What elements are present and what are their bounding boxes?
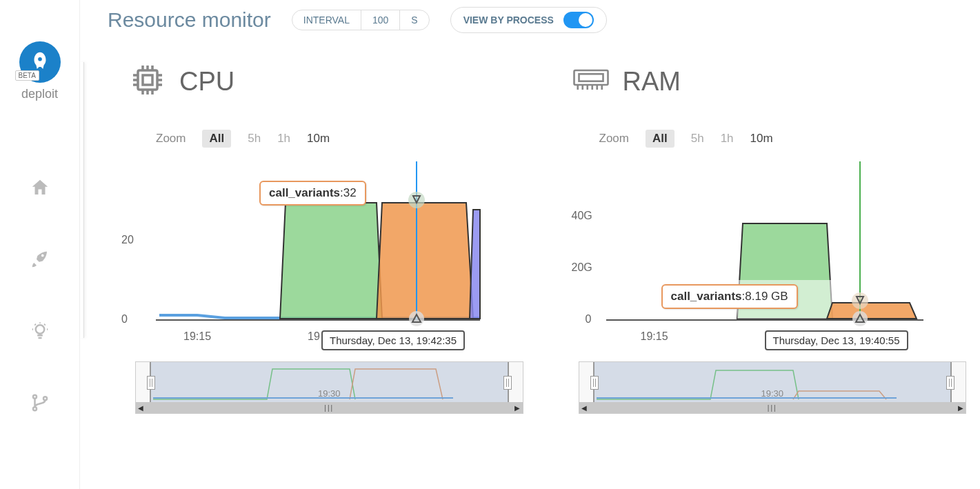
ram-tooltip-key: call_variants bbox=[671, 290, 742, 303]
cpu-nav-handle-left[interactable] bbox=[147, 376, 155, 390]
page-title: Resource monitor bbox=[108, 8, 271, 32]
ram-x-1915: 19:15 bbox=[641, 330, 668, 343]
zoom-all[interactable]: All bbox=[202, 130, 231, 148]
ram-tooltip-value: 8.19 GB bbox=[745, 290, 788, 303]
cpu-nav-handle-right[interactable] bbox=[503, 376, 512, 390]
ram-tooltip: call_variants:8.19 GB bbox=[661, 284, 798, 309]
cpu-tooltip: call_variants:32 bbox=[259, 181, 366, 206]
zoom-10m[interactable]: 10m bbox=[750, 132, 773, 146]
ram-y-40g: 40G bbox=[572, 210, 592, 222]
ram-nav-tick: 19:30 bbox=[761, 388, 783, 399]
svg-point-2 bbox=[33, 407, 37, 410]
cpu-icon bbox=[128, 61, 167, 102]
rocket-nav-icon[interactable] bbox=[30, 249, 50, 272]
toggle-switch-icon[interactable] bbox=[563, 12, 594, 28]
cpu-chart[interactable]: 20 0 19:15 19 call_variants:32 Thursday,… bbox=[121, 161, 523, 334]
svg-point-0 bbox=[35, 325, 44, 334]
cpu-nav-scrollbar[interactable]: ◀ ||| ▶ bbox=[136, 402, 523, 413]
cpu-panel: CPU Zoom All 5h 1h 10m bbox=[108, 61, 523, 414]
interval-control[interactable]: INTERVAL 100 S bbox=[292, 10, 430, 30]
ram-timestamp: Thursday, Dec 13, 19:40:55 bbox=[765, 330, 908, 350]
scroll-left-icon[interactable]: ◀ bbox=[579, 403, 589, 412]
cpu-nav-tick: 19:30 bbox=[318, 388, 341, 399]
zoom-5h[interactable]: 5h bbox=[248, 132, 261, 146]
cpu-zoom-controls: Zoom All 5h 1h 10m bbox=[156, 130, 523, 148]
ram-navigator[interactable]: 19:30 ◀ ||| ▶ bbox=[579, 361, 967, 414]
svg-rect-5 bbox=[143, 75, 152, 85]
svg-rect-4 bbox=[138, 70, 157, 90]
ram-chart[interactable]: 40G 20G 0 19:15 call_variants:8.19 GB Th… bbox=[565, 161, 967, 334]
divider bbox=[80, 62, 84, 338]
cpu-tooltip-key: call_variants bbox=[269, 186, 340, 199]
svg-point-8 bbox=[408, 192, 425, 208]
ram-title: RAM bbox=[623, 67, 681, 97]
branch-icon[interactable] bbox=[30, 392, 50, 416]
cpu-tooltip-value: 32 bbox=[343, 186, 357, 199]
beta-badge: BETA bbox=[15, 70, 39, 81]
interval-label: INTERVAL bbox=[292, 10, 361, 30]
scroll-right-icon[interactable]: ▶ bbox=[956, 403, 966, 412]
zoom-label: Zoom bbox=[599, 132, 629, 146]
zoom-1h[interactable]: 1h bbox=[277, 132, 290, 146]
scroll-grip-icon[interactable]: ||| bbox=[768, 404, 777, 412]
main-content: Resource monitor INTERVAL 100 S VIEW BY … bbox=[79, 0, 980, 489]
ram-zoom-controls: Zoom All 5h 1h 10m bbox=[599, 130, 967, 148]
ram-nav-handle-left[interactable] bbox=[590, 376, 599, 390]
zoom-label: Zoom bbox=[156, 132, 186, 146]
view-by-process-toggle[interactable]: VIEW BY PROCESS bbox=[450, 7, 607, 33]
rocket-icon: BETA bbox=[19, 41, 61, 83]
ram-y-20g: 20G bbox=[572, 261, 592, 274]
app-logo[interactable]: BETA deploit bbox=[19, 41, 61, 101]
ram-nav-scrollbar[interactable]: ◀ ||| ▶ bbox=[579, 402, 966, 413]
cpu-navigator[interactable]: 19:30 ↔ ◀ ||| ▶ bbox=[135, 361, 523, 414]
view-toggle-label: VIEW BY PROCESS bbox=[463, 14, 554, 26]
ram-y-0: 0 bbox=[586, 313, 592, 326]
topbar: Resource monitor INTERVAL 100 S VIEW BY … bbox=[108, 7, 966, 33]
ram-panel: RAM Zoom All 5h 1h 10m bbox=[551, 61, 967, 414]
lightbulb-icon[interactable] bbox=[30, 321, 50, 344]
zoom-5h[interactable]: 5h bbox=[691, 132, 704, 146]
zoom-10m[interactable]: 10m bbox=[307, 132, 330, 146]
scroll-left-icon[interactable]: ◀ bbox=[136, 403, 146, 412]
home-icon[interactable] bbox=[30, 177, 50, 201]
cpu-x-1915: 19:15 bbox=[183, 330, 211, 343]
cpu-title: CPU bbox=[179, 67, 234, 97]
cpu-timestamp: Thursday, Dec 13, 19:42:35 bbox=[321, 330, 465, 350]
ram-nav-handle-right[interactable] bbox=[946, 376, 954, 390]
svg-rect-11 bbox=[579, 74, 603, 81]
cpu-y-0: 0 bbox=[121, 313, 128, 326]
app-name: deploit bbox=[19, 87, 61, 101]
svg-point-3 bbox=[43, 397, 47, 400]
interval-value[interactable]: 100 bbox=[361, 10, 400, 30]
svg-point-15 bbox=[852, 292, 868, 309]
interval-unit: S bbox=[400, 10, 428, 30]
cpu-y-20: 20 bbox=[121, 234, 134, 246]
cpu-x-19: 19 bbox=[308, 330, 320, 343]
scroll-right-icon[interactable]: ▶ bbox=[512, 403, 522, 412]
sidebar: BETA deploit bbox=[0, 0, 79, 489]
scroll-grip-icon[interactable]: ||| bbox=[324, 404, 334, 412]
svg-point-1 bbox=[33, 395, 37, 399]
zoom-1h[interactable]: 1h bbox=[721, 132, 734, 146]
ram-icon bbox=[572, 61, 610, 102]
zoom-all[interactable]: All bbox=[646, 130, 674, 148]
